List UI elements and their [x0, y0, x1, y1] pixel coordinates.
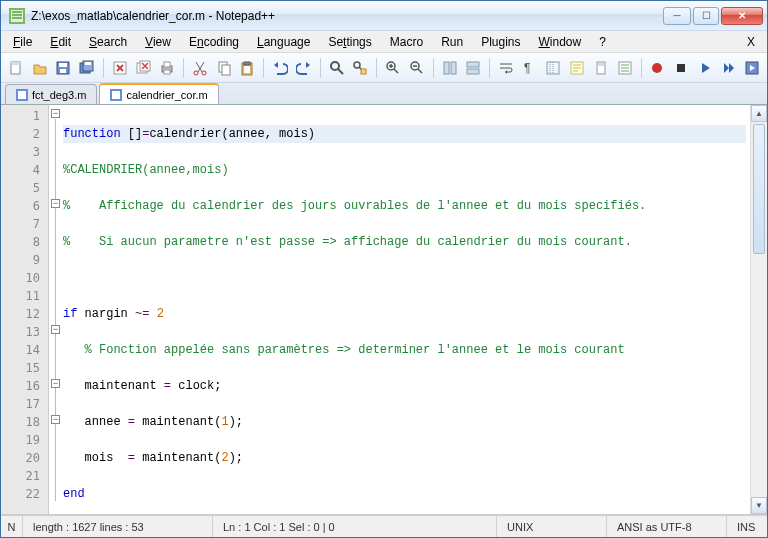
cut-button[interactable] — [189, 57, 211, 79]
svg-rect-30 — [467, 62, 479, 67]
svg-rect-36 — [598, 63, 604, 66]
play-macro-button[interactable] — [694, 57, 716, 79]
menu-run[interactable]: Run — [433, 33, 471, 51]
wordwrap-button[interactable] — [495, 57, 517, 79]
app-window: Z:\exos_matlab\calendrier_cor.m - Notepa… — [0, 0, 768, 538]
open-file-button[interactable] — [29, 57, 51, 79]
indent-guide-button[interactable] — [543, 57, 565, 79]
copy-button[interactable] — [213, 57, 235, 79]
code-area[interactable]: function []=calendrier(annee, mois) %CAL… — [49, 105, 750, 514]
record-macro-button[interactable] — [647, 57, 669, 79]
menu-language[interactable]: Language — [249, 33, 318, 51]
menu-plugins[interactable]: Plugins — [473, 33, 528, 51]
file-icon — [16, 89, 28, 101]
new-file-button[interactable] — [5, 57, 27, 79]
svg-rect-15 — [164, 70, 170, 74]
scroll-up-button[interactable]: ▲ — [751, 105, 767, 122]
sync-h-button[interactable] — [462, 57, 484, 79]
status-insert-mode[interactable]: INS — [727, 516, 767, 537]
menu-macro[interactable]: Macro — [382, 33, 431, 51]
close-file-button[interactable] — [109, 57, 131, 79]
scroll-track[interactable] — [751, 122, 767, 497]
menu-window[interactable]: Window — [531, 33, 590, 51]
undo-button[interactable] — [269, 57, 291, 79]
svg-rect-39 — [677, 64, 685, 72]
menu-view[interactable]: View — [137, 33, 179, 51]
svg-rect-21 — [244, 62, 250, 65]
scroll-down-button[interactable]: ▼ — [751, 497, 767, 514]
close-all-button[interactable] — [133, 57, 155, 79]
svg-rect-5 — [59, 63, 67, 67]
play-multi-button[interactable] — [718, 57, 740, 79]
maximize-button[interactable]: ☐ — [693, 7, 719, 25]
stop-macro-button[interactable] — [670, 57, 692, 79]
menu-edit[interactable]: Edit — [42, 33, 79, 51]
svg-point-23 — [331, 62, 339, 70]
svg-rect-9 — [85, 62, 91, 65]
status-position: Ln : 1 Col : 1 Sel : 0 | 0 — [213, 516, 497, 537]
svg-point-16 — [194, 71, 198, 75]
zoom-in-button[interactable] — [382, 57, 404, 79]
status-encoding[interactable]: ANSI as UTF-8 — [607, 516, 727, 537]
user-lang-button[interactable] — [566, 57, 588, 79]
window-title: Z:\exos_matlab\calendrier_cor.m - Notepa… — [31, 9, 663, 23]
menu-search[interactable]: Search — [81, 33, 135, 51]
tab-fct-deg3[interactable]: fct_deg3.m — [5, 84, 97, 104]
tab-bar: fct_deg3.m calendrier_cor.m — [1, 83, 767, 105]
show-all-chars-button[interactable]: ¶ — [519, 57, 541, 79]
svg-rect-31 — [467, 69, 479, 74]
menu-encoding[interactable]: Encoding — [181, 33, 247, 51]
zoom-out-button[interactable] — [406, 57, 428, 79]
toolbar: ¶ — [1, 53, 767, 83]
menubar: File Edit Search View Encoding Language … — [1, 31, 767, 53]
svg-text:¶: ¶ — [524, 61, 530, 75]
menu-file[interactable]: File — [5, 33, 40, 51]
line-number-gutter: 12345678910111213141516171819202122 — [1, 105, 49, 514]
tab-calendrier-cor[interactable]: calendrier_cor.m — [99, 83, 218, 104]
svg-point-38 — [652, 63, 662, 73]
func-list-button[interactable] — [614, 57, 636, 79]
editor[interactable]: 12345678910111213141516171819202122 − − … — [1, 105, 767, 515]
svg-point-17 — [202, 71, 206, 75]
tab-label: fct_deg3.m — [32, 89, 86, 101]
file-icon — [110, 89, 122, 101]
scroll-thumb[interactable] — [753, 124, 765, 254]
doc-map-button[interactable] — [590, 57, 612, 79]
svg-rect-44 — [112, 91, 120, 99]
menu-settings[interactable]: Settings — [320, 33, 379, 51]
titlebar[interactable]: Z:\exos_matlab\calendrier_cor.m - Notepa… — [1, 1, 767, 31]
svg-rect-42 — [18, 91, 26, 99]
svg-rect-14 — [164, 62, 170, 67]
svg-rect-6 — [60, 69, 66, 73]
find-button[interactable] — [326, 57, 348, 79]
tab-label: calendrier_cor.m — [126, 89, 207, 101]
svg-rect-19 — [222, 65, 230, 75]
window-controls: ─ ☐ ✕ — [663, 7, 763, 25]
status-nb[interactable]: N — [1, 516, 23, 537]
sync-v-button[interactable] — [439, 57, 461, 79]
save-all-button[interactable] — [76, 57, 98, 79]
print-button[interactable] — [156, 57, 178, 79]
minimize-button[interactable]: ─ — [663, 7, 691, 25]
status-eol[interactable]: UNIX — [497, 516, 607, 537]
replace-button[interactable] — [349, 57, 371, 79]
status-length: length : 1627 lines : 53 — [23, 516, 213, 537]
svg-rect-3 — [11, 62, 20, 65]
paste-button[interactable] — [237, 57, 259, 79]
svg-rect-29 — [451, 62, 456, 74]
svg-rect-22 — [244, 66, 250, 73]
vertical-scrollbar[interactable]: ▲ ▼ — [750, 105, 767, 514]
app-icon — [9, 8, 25, 24]
statusbar: N length : 1627 lines : 53 Ln : 1 Col : … — [1, 515, 767, 537]
svg-rect-25 — [361, 69, 366, 74]
close-button[interactable]: ✕ — [721, 7, 763, 25]
save-button[interactable] — [52, 57, 74, 79]
menu-close-x[interactable]: X — [739, 33, 763, 51]
redo-button[interactable] — [293, 57, 315, 79]
svg-rect-28 — [444, 62, 449, 74]
menu-help[interactable]: ? — [591, 33, 614, 51]
save-macro-button[interactable] — [741, 57, 763, 79]
